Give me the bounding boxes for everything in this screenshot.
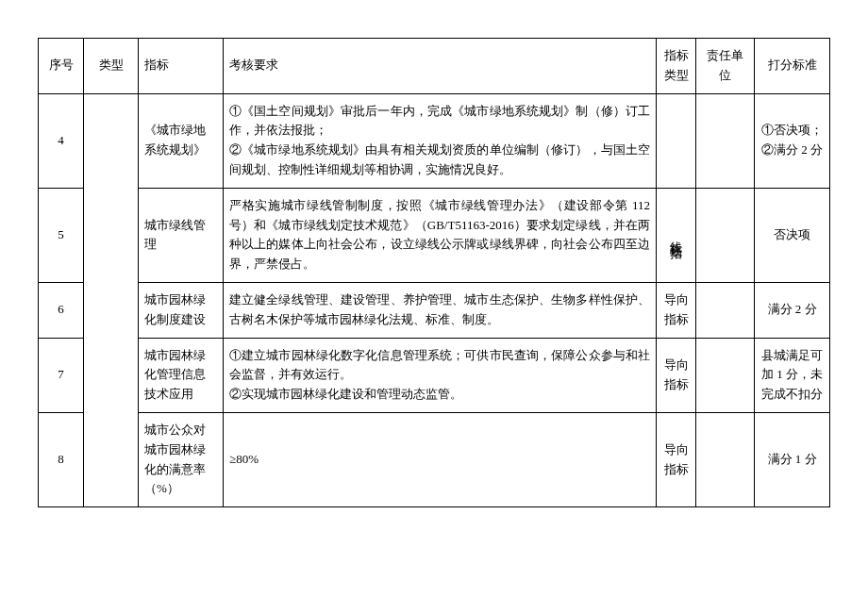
cell-unit (696, 412, 755, 506)
cell-unit (696, 282, 755, 338)
cell-requirement: 建立健全绿线管理、建设管理、养护管理、城市生态保护、生物多样性保护、古树名木保护… (224, 282, 657, 338)
table-row: 8 城市公众对城市园林绿化的满意率（%） ≥80% 导向指标 满分 1 分 (39, 412, 830, 506)
header-requirement: 考核要求 (224, 39, 657, 94)
header-score: 打分标准 (755, 39, 830, 94)
table-row: 4 《城市绿地系统规划》 ①《国土空间规划》审批后一年内，完成《城市绿地系统规划… (39, 93, 830, 188)
cell-ind-type: 导向指标 (657, 282, 696, 338)
table-row: 7 城市园林绿化管理信息技术应用 ①建立城市园林绿化数字化信息管理系统；可供市民… (39, 338, 830, 412)
cell-requirement: 严格实施城市绿线管制制度，按照《城市绿线管理办法》（建设部令第 112 号）和《… (224, 188, 657, 282)
cell-requirement: ≥80% (224, 412, 657, 506)
cell-indicator: 《城市绿地系统规划》 (139, 93, 224, 188)
table-row: 5 城市绿线管理 严格实施城市绿线管制制度，按照《城市绿线管理办法》（建设部令第… (39, 188, 830, 282)
cell-indicator: 城市公众对城市园林绿化的满意率（%） (139, 412, 224, 506)
cell-ind-type: 导向指标 (657, 412, 696, 506)
cell-indicator: 城市绿线管理 (139, 188, 224, 282)
cell-ind-type (657, 93, 696, 188)
header-ind-type: 指标类型 (657, 39, 696, 94)
cell-score: 县城满足可加 1 分，未完成不扣分 (755, 338, 830, 412)
table-header-row: 序号 类型 指标 考核要求 指标类型 责任单位 打分标准 (39, 39, 830, 94)
cell-indicator: 城市园林绿化制度建设 (139, 282, 224, 338)
header-unit: 责任单位 (696, 39, 755, 94)
cell-requirement: ①建立城市园林绿化数字化信息管理系统；可供市民查询，保障公众参与和社会监督，并有… (224, 338, 657, 412)
cell-score: 满分 2 分 (755, 282, 830, 338)
cell-requirement: ①《国土空间规划》审批后一年内，完成《城市绿地系统规划》制（修）订工作，并依法报… (224, 93, 657, 188)
cell-indicator: 城市园林绿化管理信息技术应用 (139, 338, 224, 412)
cell-score: ①否决项；②满分 2 分 (755, 93, 830, 188)
cell-seq: 7 (39, 338, 84, 412)
header-seq: 序号 (39, 39, 84, 94)
cell-unit (696, 338, 755, 412)
cell-unit (696, 188, 755, 282)
cell-seq: 5 (39, 188, 84, 282)
cell-type-merged (84, 93, 139, 507)
cell-unit (696, 93, 755, 188)
assessment-table: 序号 类型 指标 考核要求 指标类型 责任单位 打分标准 4 《城市绿地系统规划… (38, 38, 830, 507)
cell-score: 否决项 (755, 188, 830, 282)
cell-score: 满分 1 分 (755, 412, 830, 506)
cell-seq: 4 (39, 93, 84, 188)
table-row: 6 城市园林绿化制度建设 建立健全绿线管理、建设管理、养护管理、城市生态保护、生… (39, 282, 830, 338)
cell-ind-type: 线标底指 (657, 188, 696, 282)
header-indicator: 指标 (139, 39, 224, 94)
header-type: 类型 (84, 39, 139, 94)
cell-seq: 6 (39, 282, 84, 338)
cell-ind-type: 导向指标 (657, 338, 696, 412)
cell-seq: 8 (39, 412, 84, 506)
vertical-text: 线标底指 (666, 231, 686, 239)
